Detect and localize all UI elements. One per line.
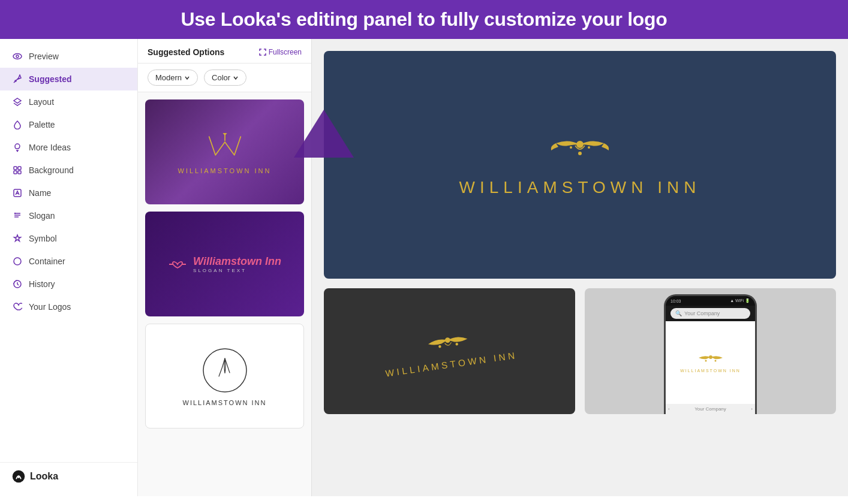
star-icon bbox=[12, 233, 23, 244]
angled-logo-preview[interactable]: WILLIAMSTOWN INN bbox=[324, 288, 575, 414]
card-2-icon bbox=[168, 258, 187, 271]
svg-point-2 bbox=[15, 80, 16, 82]
chevron-down-icon-2 bbox=[233, 75, 239, 81]
clock-icon bbox=[12, 279, 23, 289]
phone-bottom-company: Your Company bbox=[694, 406, 726, 412]
magic-icon bbox=[12, 74, 23, 84]
sidebar-item-palette[interactable]: Palette bbox=[0, 113, 137, 136]
logo-card-1[interactable]: WILLIAMSTOWN INN bbox=[145, 99, 304, 204]
slogan-icon bbox=[12, 210, 23, 221]
phone-bottom-bar: ‹ Your Company › bbox=[666, 404, 755, 414]
looka-wordmark: Looka bbox=[30, 471, 58, 482]
sidebar-item-symbol[interactable]: Symbol bbox=[0, 227, 137, 250]
sidebar-item-preview[interactable]: Preview bbox=[0, 45, 137, 68]
phone-company-name: WILLIAMSTOWN INN bbox=[680, 369, 741, 373]
sidebar-item-container[interactable]: Container bbox=[0, 250, 137, 273]
svg-point-19 bbox=[578, 152, 582, 155]
phone-search-bar: 🔍 Your Company bbox=[670, 308, 750, 319]
card-3-circle-logo bbox=[201, 346, 249, 394]
sidebar-item-your-logos[interactable]: Your Logos bbox=[0, 295, 137, 318]
layers-icon bbox=[12, 96, 23, 107]
phone-logo-ornament bbox=[693, 353, 729, 366]
drop-icon bbox=[12, 119, 23, 130]
logo-card-2[interactable]: Williamstown Inn SLOGAN TEXT bbox=[145, 212, 304, 316]
svg-point-26 bbox=[705, 360, 706, 361]
svg-point-27 bbox=[714, 360, 716, 361]
phone-back-icon: ‹ bbox=[668, 406, 670, 412]
svg-point-0 bbox=[13, 54, 22, 59]
svg-point-12 bbox=[18, 476, 20, 478]
style-filter-label: Modern bbox=[155, 73, 182, 82]
svg-rect-6 bbox=[18, 171, 21, 174]
svg-rect-4 bbox=[18, 167, 21, 170]
sidebar-label-layout: Layout bbox=[29, 97, 54, 107]
filter-row: Modern Color bbox=[138, 64, 311, 92]
fullscreen-label: Fullscreen bbox=[269, 48, 302, 56]
sidebar: Preview Suggested Layout bbox=[0, 39, 138, 496]
banner-title: Use Looka's editing panel to fully custo… bbox=[14, 8, 834, 31]
chevron-down-icon bbox=[184, 75, 190, 81]
sidebar-label-container: Container bbox=[29, 256, 65, 266]
phone-time: 10:03 bbox=[670, 299, 681, 303]
main-preview-company-name: WILLIAMSTOWN INN bbox=[459, 178, 701, 197]
svg-rect-3 bbox=[14, 167, 17, 170]
sidebar-item-slogan[interactable]: Slogan bbox=[0, 204, 137, 227]
main-logo-preview[interactable]: WILLIAMSTOWN INN bbox=[324, 51, 836, 279]
sidebar-label-symbol: Symbol bbox=[29, 234, 57, 243]
svg-point-9 bbox=[14, 258, 21, 265]
looka-branding: Looka bbox=[0, 462, 137, 490]
phone-logo-preview[interactable]: 10:03 ▲ WiFi 🔋 🔍 Your Company bbox=[585, 288, 836, 414]
lightbulb-icon bbox=[12, 142, 23, 153]
phone-share-icon: › bbox=[751, 406, 753, 412]
card-1-company-name: WILLIAMSTOWN INN bbox=[178, 167, 272, 174]
card-2-slogan: SLOGAN TEXT bbox=[193, 268, 246, 273]
style-filter-button[interactable]: Modern bbox=[148, 70, 198, 86]
phone-content: WILLIAMSTOWN INN bbox=[666, 321, 755, 404]
sidebar-label-more-ideas: More Ideas bbox=[29, 143, 71, 152]
svg-rect-5 bbox=[14, 171, 17, 174]
angled-text: WILLIAMSTOWN INN bbox=[381, 324, 518, 379]
sidebar-label-slogan: Slogan bbox=[29, 211, 55, 221]
looka-icon bbox=[12, 470, 25, 483]
fullscreen-button[interactable]: Fullscreen bbox=[259, 48, 302, 56]
sidebar-label-name: Name bbox=[29, 188, 51, 198]
svg-point-21 bbox=[588, 146, 590, 149]
sidebar-label-your-logos: Your Logos bbox=[29, 302, 71, 312]
svg-point-20 bbox=[570, 146, 572, 149]
color-filter-button[interactable]: Color bbox=[204, 70, 246, 86]
svg-point-1 bbox=[16, 55, 19, 58]
logo-suggestions-list: WILLIAMSTOWN INN Williamstown Inn SLOGAN… bbox=[138, 92, 311, 496]
svg-point-24 bbox=[456, 342, 459, 345]
sidebar-label-history: History bbox=[29, 279, 55, 289]
sidebar-item-background[interactable]: Background bbox=[0, 159, 137, 182]
svg-point-16 bbox=[203, 349, 246, 392]
sidebar-label-suggested: Suggested bbox=[29, 74, 72, 84]
sidebar-item-layout[interactable]: Layout bbox=[0, 90, 137, 113]
card-3-company-name: WILLIAMSTOWN INN bbox=[183, 399, 267, 406]
sidebar-item-suggested[interactable]: Suggested bbox=[0, 68, 137, 90]
phone-icons: ▲ WiFi 🔋 bbox=[730, 298, 750, 303]
logo-card-3[interactable]: WILLIAMSTOWN INN bbox=[145, 324, 304, 428]
circle-icon bbox=[12, 256, 23, 267]
card-2-company-name: Williamstown Inn bbox=[193, 255, 281, 268]
phone-mockup: 10:03 ▲ WiFi 🔋 🔍 Your Company bbox=[664, 294, 757, 414]
banner: Use Looka's editing panel to fully custo… bbox=[0, 0, 848, 39]
sidebar-item-name[interactable]: Name bbox=[0, 182, 137, 204]
color-filter-label: Color bbox=[212, 73, 230, 82]
sidebar-label-palette: Palette bbox=[29, 120, 55, 129]
eye-icon bbox=[12, 51, 23, 62]
suggestions-panel: Suggested Options Fullscreen Modern Colo… bbox=[138, 39, 312, 496]
sidebar-item-history[interactable]: History bbox=[0, 273, 137, 295]
grid-icon bbox=[12, 165, 23, 176]
ornament-symbol bbox=[532, 132, 628, 168]
angled-ornament-symbol bbox=[417, 329, 479, 360]
phone-search-text: Your Company bbox=[684, 310, 720, 316]
sidebar-label-preview: Preview bbox=[29, 52, 59, 61]
heart-icon bbox=[12, 301, 23, 312]
svg-point-8 bbox=[15, 213, 16, 214]
preview-region: WILLIAMSTOWN INN WILLIAMSTOWN bbox=[312, 39, 848, 496]
fullscreen-icon bbox=[259, 49, 266, 56]
text-a-icon bbox=[12, 188, 23, 198]
w-logo-symbol bbox=[204, 129, 246, 162]
sidebar-item-more-ideas[interactable]: More Ideas bbox=[0, 136, 137, 159]
